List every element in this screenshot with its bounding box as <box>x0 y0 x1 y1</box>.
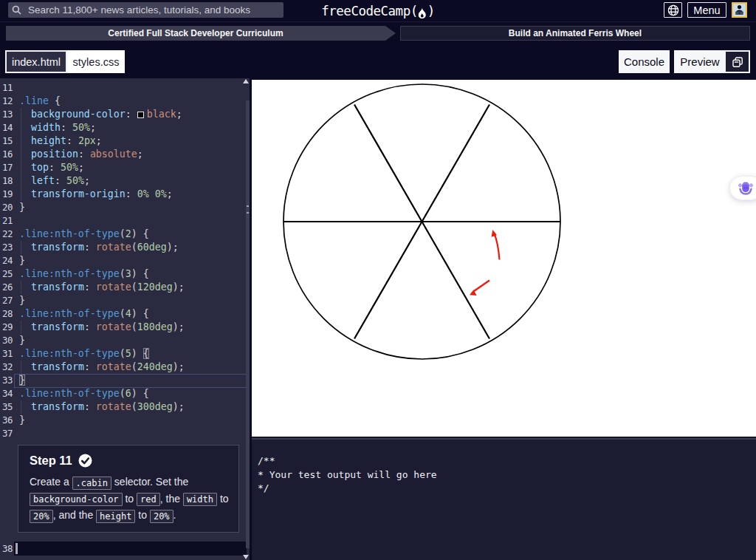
line-number: 22 <box>0 228 13 241</box>
line-number: 27 <box>0 294 13 307</box>
line-number: 20 <box>0 201 13 214</box>
code-line-33[interactable]: 33} <box>0 374 250 387</box>
code-text: position: absolute; <box>19 148 143 161</box>
code-line-19[interactable]: 19 transform-origin: 0% 0%; <box>0 188 250 201</box>
inline-code: 20% <box>150 510 173 523</box>
search-input[interactable]: Search 11,800+ news articles, tutorials,… <box>8 2 284 18</box>
code-text: .line:nth-of-type(4) { <box>19 307 149 321</box>
instruction-text: to <box>123 493 137 505</box>
preview-button[interactable]: Preview <box>674 50 750 73</box>
line-number: 24 <box>0 254 13 267</box>
code-line-21[interactable]: 21 <box>0 214 250 228</box>
code-text: background-color: black; <box>19 108 182 121</box>
step-instructions-text: Create a .cabin selector. Set the backgr… <box>30 474 234 525</box>
line-number: 32 <box>0 361 13 374</box>
code-text: transform: rotate(300deg); <box>19 400 185 414</box>
inline-code: 20% <box>30 510 53 523</box>
code-line-18[interactable]: 18 left: 50%; <box>0 174 250 188</box>
line-number: 26 <box>0 281 13 294</box>
code-line-32[interactable]: 32 transform: rotate(240deg); <box>0 361 250 374</box>
instruction-text: to <box>135 509 149 521</box>
code-line-26[interactable]: 26 transform: rotate(120deg); <box>0 281 250 294</box>
scrollbar-up-arrow[interactable] <box>243 79 249 83</box>
code-text: transform: rotate(60deg); <box>19 241 179 254</box>
code-line-20[interactable]: 20} <box>0 201 250 214</box>
code-line-31[interactable]: 31.line:nth-of-type(5) { <box>0 347 250 361</box>
code-line-27[interactable]: 27} <box>0 294 250 307</box>
inline-code: red <box>137 493 160 506</box>
code-line-24[interactable]: 24} <box>0 254 250 267</box>
inline-code: background-color <box>30 493 123 506</box>
line-number: 29 <box>0 321 13 334</box>
code-line-16[interactable]: 16 position: absolute; <box>0 148 250 161</box>
code-line-13[interactable]: 13 background-color: black; <box>0 108 250 121</box>
code-line-25[interactable]: 25.line:nth-of-type(3) { <box>0 267 250 281</box>
preview-pane <box>252 80 756 437</box>
line-number: 11 <box>0 81 13 95</box>
breadcrumb: Certified Full Stack Developer Curriculu… <box>0 22 756 44</box>
overview-ruler-mark <box>247 205 249 207</box>
ferris-wheel-drawing <box>252 80 756 437</box>
code-editor[interactable]: 1112.line {13 background-color: black;14… <box>0 78 250 560</box>
breadcrumb-challenge[interactable]: Build an Animated Ferris Wheel <box>400 26 750 41</box>
code-line-22[interactable]: 22.line:nth-of-type(2) { <box>0 228 250 241</box>
line-number: 28 <box>0 307 13 321</box>
console-button[interactable]: Console <box>619 50 670 73</box>
line-number: 36 <box>0 414 13 427</box>
code-text: } <box>19 294 25 307</box>
line-number: 21 <box>0 214 13 228</box>
breadcrumb-curriculum[interactable]: Certified Full Stack Developer Curriculu… <box>6 26 385 41</box>
code-line-12[interactable]: 12.line { <box>0 95 250 108</box>
language-globe-button[interactable] <box>664 2 682 18</box>
line-number: 15 <box>0 134 13 148</box>
tab-styles-css[interactable]: styles.css <box>67 50 125 73</box>
line-number: 17 <box>0 161 13 174</box>
step-title: Step 11 <box>30 454 72 468</box>
code-line-28[interactable]: 28.line:nth-of-type(4) { <box>0 307 250 321</box>
restore-window-icon <box>732 57 743 67</box>
search-icon <box>12 5 21 15</box>
color-swatch-black[interactable] <box>137 112 144 118</box>
code-line-11[interactable]: 11 <box>0 81 250 95</box>
code-text: left: 50%; <box>19 174 90 188</box>
text-cursor <box>16 543 18 554</box>
code-text: width: 50%; <box>19 121 96 134</box>
code-line-34[interactable]: 34.line:nth-of-type(6) { <box>0 387 250 400</box>
code-line-14[interactable]: 14 width: 50%; <box>0 121 250 134</box>
code-line-36[interactable]: 36} <box>0 414 250 427</box>
code-line-17[interactable]: 17 top: 50%; <box>0 161 250 174</box>
instruction-text: , the <box>160 493 183 505</box>
code-text: } <box>19 374 25 387</box>
code-line-35[interactable]: 35 transform: rotate(300deg); <box>0 400 250 414</box>
top-navigation-bar: Search 11,800+ news articles, tutorials,… <box>0 0 756 22</box>
ai-assistant-pill[interactable] <box>729 176 756 200</box>
breadcrumb-arrow <box>385 26 396 41</box>
instruction-text: Create a <box>30 476 72 488</box>
line-number: 23 <box>0 241 13 254</box>
code-line-23[interactable]: 23 transform: rotate(60deg); <box>0 241 250 254</box>
code-line-15[interactable]: 15 height: 2px; <box>0 134 250 148</box>
scrollbar-down-arrow[interactable] <box>243 555 249 559</box>
freecodecamp-logo[interactable]: freeCodeCamp() <box>321 0 435 22</box>
code-line-37[interactable]: 37 <box>0 427 250 440</box>
code-line-29[interactable]: 29 transform: rotate(180deg); <box>0 321 250 334</box>
overview-ruler-mark <box>247 212 249 214</box>
active-input-line[interactable] <box>14 542 247 556</box>
instruction-text: selector. Set the <box>111 476 188 488</box>
line-number: 30 <box>0 334 13 347</box>
tab-index-html[interactable]: index.html <box>5 50 67 73</box>
instruction-text: , and the <box>53 509 96 521</box>
code-text: top: 50%; <box>19 161 84 174</box>
inline-code: .cabin <box>72 477 111 490</box>
test-output-console: /** * Your test output will go here */ <box>252 437 756 560</box>
line-number: 35 <box>0 400 13 414</box>
preview-detach-segment[interactable] <box>726 52 749 72</box>
code-line-30[interactable]: 30} <box>0 334 250 347</box>
editor-lines: 1112.line {13 background-color: black;14… <box>0 81 250 440</box>
editor-line-38[interactable]: 38 <box>0 542 250 556</box>
avatar-person-icon <box>733 4 746 16</box>
user-avatar[interactable] <box>732 2 747 18</box>
menu-button[interactable]: Menu <box>687 2 726 18</box>
ai-assistant-icon <box>737 180 755 197</box>
globe-icon <box>667 4 679 16</box>
